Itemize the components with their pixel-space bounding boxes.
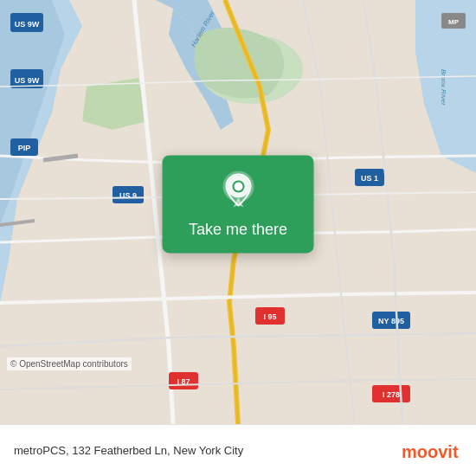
cta-button[interactable]: Take me there <box>163 155 314 253</box>
map-container: US 9W US 9W PIP US 9 I 87 I 95 I 278 NY … <box>0 0 476 424</box>
svg-text:Bronx River: Bronx River <box>440 69 447 106</box>
bottom-bar: metroPCS, 132 Featherbed Ln, New York Ci… <box>0 424 476 476</box>
svg-text:MP: MP <box>448 18 460 26</box>
svg-text:US 1: US 1 <box>361 174 378 183</box>
osm-credit: © OpenStreetMap contributors <box>7 357 132 370</box>
svg-point-27 <box>234 182 242 190</box>
svg-text:NY 895: NY 895 <box>378 317 404 325</box>
svg-text:I 278: I 278 <box>383 390 400 399</box>
moovit-logo: moovit <box>402 439 462 463</box>
svg-text:moovit: moovit <box>402 442 459 461</box>
svg-text:US 9W: US 9W <box>15 76 40 85</box>
cta-label: Take me there <box>189 221 287 239</box>
location-text: metroPCS, 132 Featherbed Ln, New York Ci… <box>14 444 393 457</box>
svg-text:I 95: I 95 <box>263 312 276 321</box>
svg-text:US 9W: US 9W <box>15 20 40 29</box>
location-pin-icon <box>217 170 259 212</box>
svg-text:PIP: PIP <box>18 144 31 152</box>
